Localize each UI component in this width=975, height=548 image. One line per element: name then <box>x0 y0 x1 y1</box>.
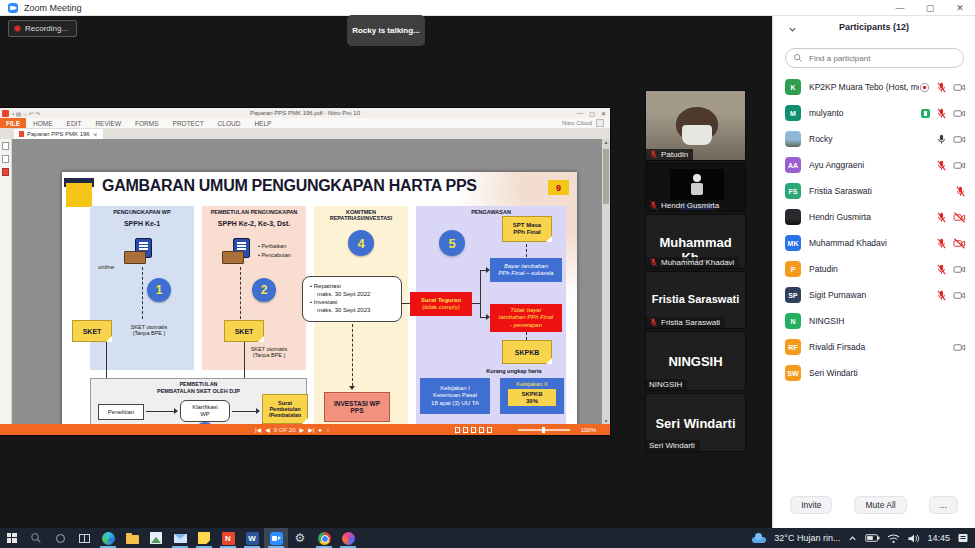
first-page-button[interactable]: |◀ <box>255 426 261 433</box>
taskbar-photos[interactable] <box>144 528 168 548</box>
camera-off-icon[interactable] <box>953 212 966 223</box>
signatures-panel-icon[interactable] <box>2 168 9 176</box>
muted-mic-icon[interactable] <box>936 290 947 301</box>
nitro-cloud-label[interactable]: Nitro Cloud <box>562 120 592 126</box>
camera-off-icon[interactable] <box>953 238 966 249</box>
mic-on-icon[interactable] <box>936 134 947 145</box>
select-tool-button[interactable]: ○ <box>326 427 330 433</box>
menu-review[interactable]: REVIEW <box>88 120 128 127</box>
tab-close-icon[interactable]: ✕ <box>93 131 98 138</box>
menu-home[interactable]: HOME <box>26 120 60 127</box>
zoom-slider[interactable] <box>518 429 570 431</box>
menu-file[interactable]: FILE <box>0 118 26 128</box>
taskbar-nitro-pdf[interactable]: N <box>216 528 240 548</box>
participant-row[interactable]: N NINGSIH <box>773 308 975 334</box>
menu-help[interactable]: HELP <box>247 120 278 127</box>
pdf-close-button[interactable]: ✕ <box>601 110 606 117</box>
taskbar-edge[interactable] <box>96 528 120 548</box>
video-tile-muhammad[interactable]: Muhammad Kh... Muhammad Khadavi <box>645 214 746 269</box>
participant-row[interactable]: AA Ayu Anggraeni <box>773 152 975 178</box>
photos-icon <box>150 532 162 544</box>
battery-icon[interactable] <box>865 533 880 543</box>
participant-row[interactable]: Rocky <box>773 126 975 152</box>
participant-row[interactable]: Hendri Gusmirta <box>773 204 975 230</box>
pdf-vertical-scrollbar[interactable]: ▲ ▼ <box>602 139 610 424</box>
muted-mic-icon[interactable] <box>955 186 966 197</box>
camera-icon[interactable] <box>953 342 966 353</box>
menu-edit[interactable]: EDIT <box>60 120 89 127</box>
participant-row[interactable]: MK Muhammad Khadavi <box>773 230 975 256</box>
tray-chevron-up-icon[interactable] <box>847 533 858 544</box>
camera-icon[interactable] <box>953 264 966 275</box>
participant-search-box[interactable] <box>785 48 964 68</box>
maximize-button[interactable]: ▢ <box>915 0 945 16</box>
clock[interactable]: 14:45 <box>927 533 950 543</box>
muted-mic-icon[interactable] <box>936 160 947 171</box>
muted-mic-icon[interactable] <box>936 212 947 223</box>
zoom-slider-thumb[interactable] <box>542 427 545 433</box>
muted-mic-icon[interactable] <box>936 264 947 275</box>
nitro-account-avatar[interactable] <box>596 119 604 127</box>
video-tile-seri[interactable]: Seri Windarti Seri Windarti <box>645 393 746 452</box>
task-view-button[interactable] <box>72 528 96 548</box>
invite-button[interactable]: Invite <box>790 496 832 514</box>
muted-mic-icon[interactable] <box>936 82 947 93</box>
camera-icon[interactable] <box>953 134 966 145</box>
scroll-up-arrow[interactable]: ▲ <box>603 139 609 145</box>
pan-tool-button[interactable]: ● <box>318 427 322 433</box>
taskbar-file-explorer[interactable] <box>120 528 144 548</box>
video-tile-hendri[interactable]: Hendri Gusmirta <box>645 163 746 212</box>
notification-center-icon[interactable] <box>957 532 969 544</box>
participant-row[interactable]: P Patudin <box>773 256 975 282</box>
close-button[interactable]: ✕ <box>945 0 975 16</box>
participant-row[interactable]: SP Sigit Purnawan <box>773 282 975 308</box>
weather-cloud-icon[interactable] <box>751 533 767 543</box>
more-options-button[interactable]: ... <box>929 496 958 514</box>
mute-all-button[interactable]: Mute All <box>854 496 906 514</box>
participant-row[interactable]: FS Fristia Saraswati <box>773 178 975 204</box>
search-input[interactable] <box>807 53 947 64</box>
camera-icon[interactable] <box>953 108 966 119</box>
video-tile-patudin[interactable]: Patudin <box>645 90 746 161</box>
menu-cloud[interactable]: CLOUD <box>211 120 248 127</box>
menu-protect[interactable]: PROTECT <box>166 120 211 127</box>
muted-mic-icon[interactable] <box>936 108 947 119</box>
camera-icon[interactable] <box>953 160 966 171</box>
camera-icon[interactable] <box>953 82 966 93</box>
next-page-button[interactable]: ▶ <box>300 426 305 433</box>
bookmarks-panel-icon[interactable] <box>2 155 9 163</box>
prev-page-button[interactable]: ◀ <box>265 426 270 433</box>
muted-mic-icon[interactable] <box>936 238 947 249</box>
taskbar-settings[interactable]: ⚙ <box>288 528 312 548</box>
camera-icon[interactable] <box>953 290 966 301</box>
menu-forms[interactable]: FORMS <box>128 120 165 127</box>
green-status-badge <box>921 109 930 118</box>
taskbar-zoom[interactable] <box>264 528 288 548</box>
minimize-button[interactable]: — <box>885 0 915 16</box>
participant-row[interactable]: RF Rivaldi Firsada <box>773 334 975 360</box>
participant-row[interactable]: SW Seri Windarti <box>773 360 975 386</box>
pdf-maximize-button[interactable]: ▢ <box>589 110 595 117</box>
participant-row[interactable]: K KP2KP Muara Tebo (Host, me) <box>773 74 975 100</box>
view-mode-buttons[interactable] <box>455 427 492 433</box>
taskbar-word[interactable]: W <box>240 528 264 548</box>
video-tile-ningsih[interactable]: NINGSIH NINGSIH <box>645 331 746 391</box>
taskbar-chrome[interactable] <box>312 528 336 548</box>
participant-row[interactable]: M mulyanto <box>773 100 975 126</box>
recording-indicator[interactable]: Recording... <box>8 20 77 37</box>
pdf-minimize-button[interactable]: — <box>577 110 583 117</box>
taskbar-sticky-notes[interactable] <box>192 528 216 548</box>
cortana-button[interactable] <box>48 528 72 548</box>
taskbar-mail[interactable] <box>168 528 192 548</box>
search-button[interactable] <box>24 528 48 548</box>
weather-label[interactable]: 32°C Hujan rin... <box>774 533 840 543</box>
speaker-icon[interactable] <box>907 533 920 544</box>
taskbar-paint[interactable] <box>336 528 360 548</box>
last-page-button[interactable]: ▶| <box>308 426 314 433</box>
scrollbar-thumb[interactable] <box>603 149 609 204</box>
wifi-icon[interactable] <box>887 533 900 544</box>
document-tab[interactable]: Paparan PPS PMK 196 ✕ <box>14 129 103 139</box>
thumbnails-panel-icon[interactable] <box>2 142 9 150</box>
video-tile-fristia[interactable]: Fristia Saraswati Fristia Saraswati <box>645 271 746 329</box>
start-button[interactable] <box>0 528 24 548</box>
